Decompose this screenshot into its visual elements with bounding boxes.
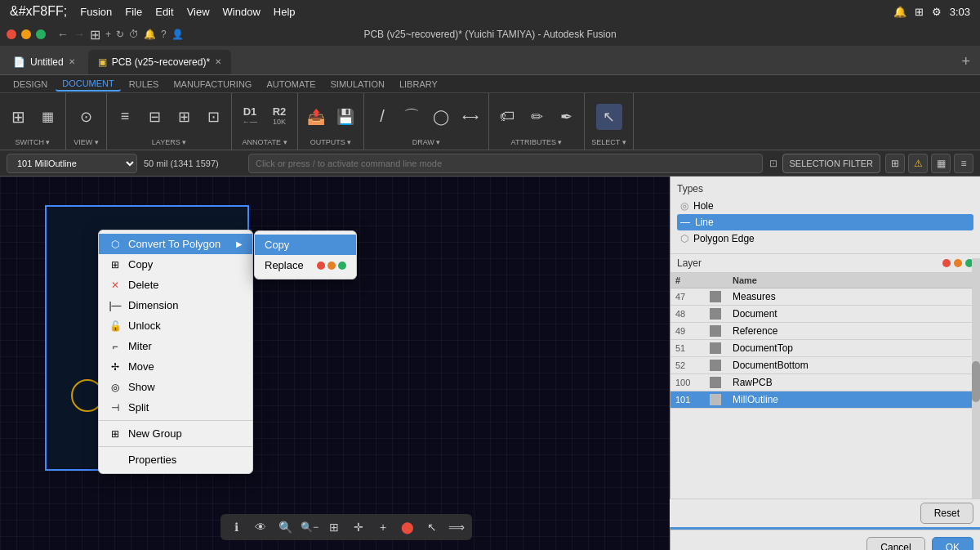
bt-grid-icon[interactable]: ⊞ — [323, 516, 345, 538]
selection-filter-button[interactable]: SELECTION FILTER — [782, 154, 880, 173]
ctx-split[interactable]: ⊣ Split — [99, 397, 252, 418]
ctx-sub-replace[interactable]: Replace — [255, 255, 356, 275]
menu-fusion[interactable]: Fusion — [80, 6, 112, 18]
cancel-button[interactable]: Cancel — [866, 537, 924, 550]
user-icon[interactable]: 👤 — [172, 29, 184, 40]
ctx-convert-to-polygon[interactable]: ⬡ Convert To Polygon ▶ Copy Replace — [99, 234, 252, 254]
table-row-rawpcb[interactable]: 100 RawPCB — [670, 374, 980, 391]
type-polygon-edge[interactable]: ⬡ Polygon Edge — [677, 230, 973, 247]
window-minimize-button[interactable] — [21, 29, 31, 39]
tab-rules[interactable]: RULES — [122, 78, 166, 91]
menu-view[interactable]: View — [187, 6, 210, 18]
reset-button[interactable]: Reset — [920, 503, 973, 524]
switch-board-icon[interactable]: ▦ — [34, 104, 60, 130]
bt-info-icon[interactable]: ℹ — [225, 516, 247, 538]
ctx-sub-copy[interactable]: Copy — [255, 235, 356, 255]
toolbar-forward-icon[interactable]: → — [74, 28, 85, 41]
bt-eye-icon[interactable]: 👁 — [250, 516, 271, 538]
td-num-52: 52 — [670, 358, 703, 373]
layers-icon-2[interactable]: ⊟ — [141, 104, 167, 130]
bt-cursor-icon[interactable]: ↖ — [421, 516, 443, 538]
window-close-button[interactable] — [7, 29, 16, 39]
bt-add-icon[interactable]: + — [372, 516, 394, 538]
select-cursor-icon[interactable]: ↖ — [596, 104, 622, 130]
bt-arrow-right-icon[interactable]: ⟹ — [446, 516, 467, 538]
ctx-copy[interactable]: ⊞ Copy — [99, 254, 252, 275]
new-tab-icon[interactable]: + — [105, 29, 111, 40]
tab-close-untitled[interactable]: ✕ — [69, 57, 75, 66]
ctx-new-group[interactable]: ⊞ New Group — [99, 423, 252, 444]
ctx-move[interactable]: ✢ Move — [99, 356, 252, 377]
tab-library[interactable]: LIBRARY — [393, 78, 444, 91]
annotate-d1-icon[interactable]: D1 ←— — [237, 104, 263, 130]
menu-window[interactable]: Window — [223, 6, 261, 18]
ctx-unlock[interactable]: 🔓 Unlock — [99, 315, 252, 336]
draw-circle-icon[interactable]: ◯ — [428, 104, 454, 130]
ctx-delete[interactable]: ✕ Delete — [99, 275, 252, 295]
ctx-properties[interactable]: Properties — [99, 449, 252, 470]
draw-arc-icon[interactable]: ⌒ — [399, 104, 425, 130]
command-input[interactable] — [248, 154, 763, 173]
help-icon[interactable]: ? — [161, 29, 167, 40]
attr-tag-icon[interactable]: 🏷 — [494, 104, 520, 130]
outputs-save-icon[interactable]: 💾 — [332, 104, 359, 130]
add-tab-icon[interactable]: + — [961, 53, 970, 70]
outputs-export-icon[interactable]: 📤 — [303, 104, 329, 130]
apple-menu[interactable]: &#xF8FF; — [10, 4, 67, 19]
sel-icon-grid[interactable]: ▦ — [931, 154, 951, 173]
table-row-reference[interactable]: 49 Reference — [670, 323, 980, 340]
ctx-show-label: Show — [128, 381, 155, 393]
alert-icon[interactable]: 🔔 — [144, 29, 156, 40]
table-row-documentbottom[interactable]: 52 DocumentBottom — [670, 357, 980, 374]
grid-icon[interactable]: ⊞ — [915, 6, 924, 18]
tab-design[interactable]: DESIGN — [7, 78, 54, 91]
tab-pcb[interactable]: ▣ PCB (v25~recovered)* ✕ — [88, 50, 231, 74]
table-row-document[interactable]: 48 Document — [670, 306, 980, 323]
bt-crosshair-icon[interactable]: ✛ — [348, 516, 369, 538]
canvas-area[interactable]: ⬡ Convert To Polygon ▶ Copy Replace — [0, 177, 670, 550]
switch-grid-icon[interactable]: ⊞ — [5, 104, 31, 130]
bt-zoom-in-icon[interactable]: 🔍 — [274, 516, 296, 538]
settings-icon[interactable]: ⚙ — [932, 6, 942, 18]
history-icon[interactable]: ⏱ — [129, 29, 139, 40]
bt-zoom-out-icon[interactable]: 🔍− — [299, 516, 320, 538]
attr-pencil-icon[interactable]: ✒ — [553, 104, 579, 130]
draw-line-icon[interactable]: / — [369, 104, 395, 130]
tab-document[interactable]: DOCUMENT — [56, 77, 121, 92]
ctx-dimension[interactable]: |— Dimension — [99, 295, 252, 315]
tab-untitled[interactable]: 📄 Untitled ✕ — [3, 50, 85, 74]
type-line[interactable]: — Line — [677, 214, 973, 230]
tab-automate[interactable]: AUTOMATE — [260, 78, 322, 91]
annotate-r2-icon[interactable]: R2 10K — [266, 104, 292, 130]
table-row-documenttop[interactable]: 51 DocumentTop — [670, 340, 980, 357]
tab-close-pcb[interactable]: ✕ — [215, 57, 221, 66]
panel-scrollbar-thumb[interactable] — [972, 361, 980, 402]
window-maximize-button[interactable] — [36, 29, 46, 39]
type-hole[interactable]: ◎ Hole — [677, 198, 973, 214]
ctx-miter[interactable]: ⌐ Miter — [99, 336, 252, 356]
menu-edit[interactable]: Edit — [155, 6, 173, 18]
menu-file[interactable]: File — [125, 6, 142, 18]
panel-scrollbar[interactable] — [972, 258, 980, 516]
sel-icon-layers[interactable]: ≡ — [954, 154, 973, 173]
table-row-milloutline[interactable]: 101 MillOutline — [670, 391, 980, 409]
tab-manufacturing[interactable]: MANUFACTURING — [167, 78, 258, 91]
attr-edit-icon[interactable]: ✏ — [523, 104, 550, 130]
notification-icon[interactable]: 🔔 — [893, 6, 906, 18]
ctx-show[interactable]: ◎ Show — [99, 377, 252, 397]
bt-circle-icon[interactable]: ⬤ — [397, 516, 418, 538]
draw-measure-icon[interactable]: ⟷ — [457, 104, 483, 130]
table-row-measures[interactable]: 47 Measures — [670, 288, 980, 306]
sel-icon-warning[interactable]: ⚠ — [908, 154, 928, 173]
tab-simulation[interactable]: SIMULATION — [324, 78, 391, 91]
ok-button[interactable]: OK — [932, 537, 973, 550]
toolbar-back-icon[interactable]: ← — [57, 28, 69, 41]
layers-icon-1[interactable]: ≡ — [112, 104, 138, 130]
layers-icon-4[interactable]: ⊡ — [200, 104, 226, 130]
layer-select[interactable]: 101 MillOutline — [7, 154, 137, 173]
refresh-icon[interactable]: ↻ — [116, 29, 124, 40]
layers-icon-3[interactable]: ⊞ — [171, 104, 197, 130]
menu-help[interactable]: Help — [274, 6, 296, 18]
sel-icon-1[interactable]: ⊞ — [885, 154, 905, 173]
view-icon[interactable]: ⊙ — [74, 104, 100, 130]
